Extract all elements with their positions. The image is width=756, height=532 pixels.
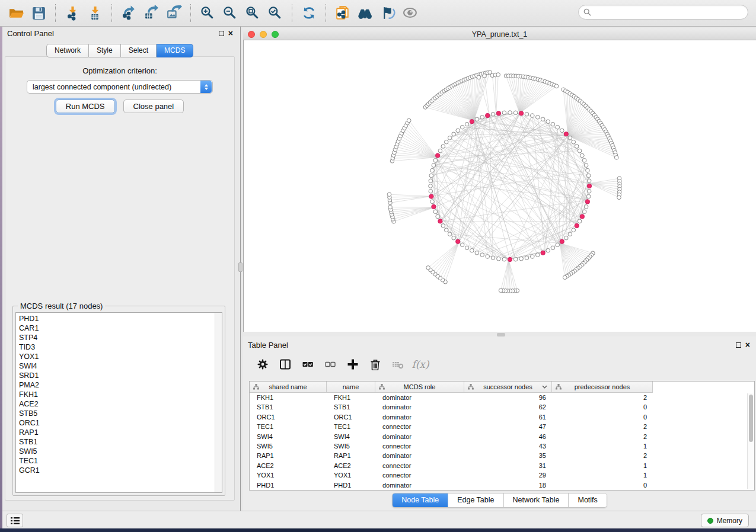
table-cell[interactable]: 96 [464,393,552,402]
table-cell[interactable]: dominator [375,412,464,422]
table-cell[interactable]: ORC1 [250,412,327,422]
zoom-in-icon[interactable] [196,2,219,24]
table-row[interactable]: ACE2ACE2connector311 [250,461,754,470]
list-item[interactable]: ACE2 [16,399,215,409]
tab-node-table[interactable]: Node Table [393,493,448,507]
table-row[interactable]: TEC1TEC1connector472 [250,422,754,431]
list-item[interactable]: FKH1 [16,390,215,399]
table-cell[interactable]: STB1 [327,402,375,412]
table-scrollbar[interactable] [747,393,754,489]
toggle-panel-icon[interactable] [277,357,293,372]
list-item[interactable]: STB1 [16,437,215,447]
list-item[interactable]: SWI5 [16,447,215,456]
list-item[interactable]: GCR1 [16,466,215,475]
criterion-dropdown[interactable]: largest connected component (undirected) [27,80,213,94]
table-cell[interactable]: YOX1 [250,470,327,480]
network-window-titlebar[interactable]: YPA_prune.txt_1 [243,28,756,40]
network-graph[interactable] [244,40,756,332]
table-cell[interactable]: RAP1 [327,451,375,460]
horizontal-splitter-handle[interactable] [497,333,505,336]
splitter-handle[interactable] [238,262,243,272]
table-mode-gear-icon[interactable] [255,357,270,372]
list-item[interactable]: RAP1 [16,428,215,437]
table-cell[interactable]: connector [375,470,464,480]
table-cell[interactable]: 2 [552,451,653,460]
table-row[interactable]: RAP1RAP1dominator352 [250,451,754,460]
refresh-icon[interactable] [298,2,320,24]
table-cell[interactable]: 1 [552,441,653,451]
table-scrollbar-thumb[interactable] [749,395,753,442]
table-cell[interactable]: dominator [375,480,464,490]
open-icon[interactable] [5,2,27,24]
column-header-name[interactable]: name [327,382,375,393]
table-cell[interactable]: 0 [552,402,653,412]
table-cell[interactable]: STB1 [250,402,327,412]
tab-style[interactable]: Style [89,44,121,57]
table-cell[interactable]: 18 [464,480,552,490]
table-cell[interactable]: 35 [464,451,552,460]
table-cell[interactable]: TEC1 [327,422,375,431]
close-table-panel-icon[interactable]: × [745,342,750,348]
graph-nodes[interactable] [387,70,621,293]
list-item[interactable]: SRD1 [16,371,215,380]
float-table-panel-icon[interactable] [736,342,741,348]
unselect-all-columns-icon[interactable] [323,357,338,372]
tab-motifs[interactable]: Motifs [569,493,606,507]
table-cell[interactable]: PHD1 [250,480,327,490]
search-box[interactable] [578,5,748,20]
close-panel-button[interactable]: Close panel [123,100,184,113]
zoom-fit-icon[interactable] [241,2,264,24]
list-item[interactable]: CAR1 [16,323,215,333]
column-header-predecessor-nodes[interactable]: predecessor nodes [552,382,653,393]
tab-network[interactable]: Network [46,44,89,57]
list-item[interactable]: PHD1 [16,314,215,323]
float-panel-icon[interactable] [219,31,224,36]
table-cell[interactable]: 0 [552,480,653,490]
search-neighbors-icon[interactable] [354,2,377,24]
table-cell[interactable]: dominator [375,402,464,412]
table-cell[interactable]: 61 [464,412,552,422]
delete-columns-icon[interactable] [368,357,383,372]
tab-mcds[interactable]: MCDS [157,44,193,57]
column-header-shared-name[interactable]: shared name [250,382,327,393]
table-cell[interactable]: SWI5 [250,441,327,451]
table-cell[interactable]: TEC1 [250,422,327,431]
table-cell[interactable]: RAP1 [250,451,327,460]
table-cell[interactable]: 0 [552,412,653,422]
zoom-out-icon[interactable] [219,2,241,24]
table-cell[interactable]: SWI4 [250,432,327,441]
table-cell[interactable]: 43 [464,441,552,451]
table-cell[interactable]: dominator [375,393,464,402]
table-cell[interactable]: ORC1 [327,412,375,422]
table-row[interactable]: SWI4SWI4dominator462 [250,432,754,441]
list-item[interactable]: STP4 [16,333,215,342]
list-item[interactable]: TEC1 [16,456,215,466]
table-cell[interactable]: 62 [464,402,552,412]
table-cell[interactable]: connector [375,461,464,470]
memory-button[interactable]: Memory [701,514,749,527]
search-input[interactable] [594,7,748,18]
vertical-splitter[interactable] [238,27,243,511]
table-row[interactable]: STB1STB1dominator620 [250,402,754,412]
run-mcds-button[interactable]: Run MCDS [56,100,115,113]
save-icon[interactable] [27,2,50,24]
table-cell[interactable]: 2 [552,422,653,431]
export-image-icon[interactable] [162,2,185,24]
import-network-icon[interactable] [61,2,84,24]
column-header-successor-nodes[interactable]: successor nodes [464,382,552,393]
list-item[interactable]: STB5 [16,409,215,418]
tab-select[interactable]: Select [121,44,157,57]
list-item[interactable]: ORC1 [16,418,215,428]
list-item[interactable]: SWI4 [16,361,215,371]
table-row[interactable]: ORC1ORC1dominator610 [250,412,754,422]
clone-network-icon[interactable] [331,2,354,24]
result-list-scrollbar[interactable] [215,313,222,492]
table-row[interactable]: PHD1PHD1dominator180 [250,480,754,490]
table-cell[interactable]: 29 [464,470,552,480]
list-item[interactable]: YOX1 [16,352,215,361]
table-row[interactable]: FKH1FKH1dominator962 [250,393,754,402]
list-item[interactable]: PMA2 [16,380,215,390]
list-item[interactable]: TID3 [16,342,215,352]
table-cell[interactable]: FKH1 [327,393,375,402]
export-network-icon[interactable] [117,2,140,24]
